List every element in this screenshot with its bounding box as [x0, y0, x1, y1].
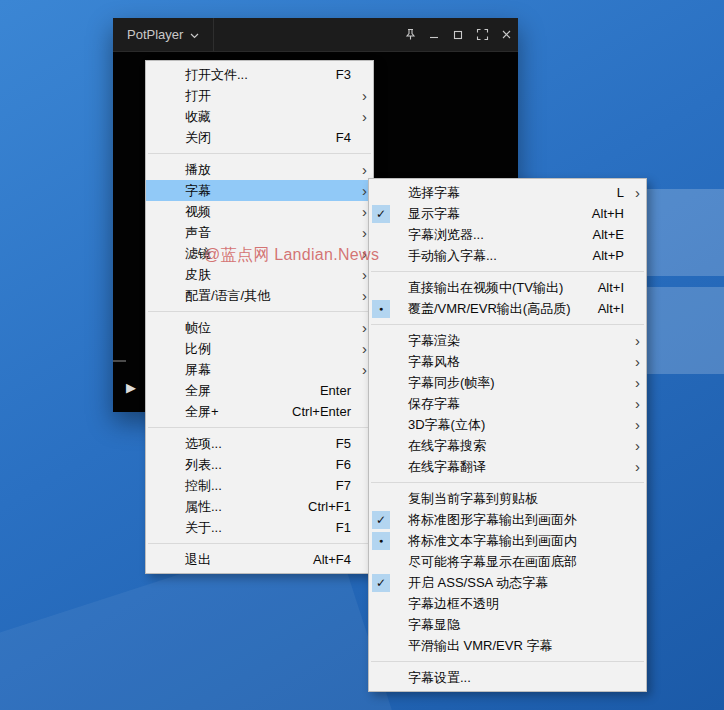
- menu-item-audio[interactable]: 声音›: [146, 222, 373, 243]
- menu-item-label: 在线字幕翻译: [402, 458, 629, 476]
- menu-item-label: 播放: [179, 161, 356, 179]
- menu-item-subtitle-settings[interactable]: 字幕设置...: [369, 667, 646, 688]
- minimize-icon: [428, 29, 440, 41]
- menu-item-favorites[interactable]: 收藏›: [146, 106, 373, 127]
- menu-item-exit[interactable]: 退出Alt+F4: [146, 549, 373, 570]
- menu-item-fullscreen-plus[interactable]: 全屏+Ctrl+Enter: [146, 401, 373, 422]
- menu-item-properties[interactable]: 属性...Ctrl+F1: [146, 496, 373, 517]
- menu-item-shortcut: Alt+F4: [313, 552, 356, 567]
- menu-item-playlist[interactable]: 列表...F6: [146, 454, 373, 475]
- menu-item-options[interactable]: 选项...F5: [146, 433, 373, 454]
- menu-item-shortcut: L: [617, 185, 629, 200]
- menu-item-label: 全屏: [179, 382, 320, 400]
- subtitle-submenu: 选择字幕L›✓显示字幕Alt+H字幕浏览器...Alt+E手动输入字幕...Al…: [368, 178, 647, 692]
- menu-item-label: 打开文件...: [179, 66, 336, 84]
- menu-item-subtitle-at-bottom[interactable]: 尽可能将字幕显示在画面底部: [369, 551, 646, 572]
- menu-item-subtitle-render[interactable]: 字幕渲染›: [369, 330, 646, 351]
- menu-item-text-subtitle-inside[interactable]: ●将标准文本字幕输出到画面内: [369, 530, 646, 551]
- menu-item-label: 尽可能将字幕显示在画面底部: [402, 553, 629, 571]
- menu-item-label: 字幕风格: [402, 353, 629, 371]
- menu-item-graphic-subtitle-outside[interactable]: ✓将标准图形字幕输出到画面外: [369, 509, 646, 530]
- menu-item-subtitles[interactable]: 字幕›: [146, 180, 373, 201]
- menu-item-label: 字幕: [179, 182, 356, 200]
- menu-item-label: 在线字幕搜索: [402, 437, 629, 455]
- menu-item-ass-ssa-animation[interactable]: ✓开启 ASS/SSA 动态字幕: [369, 572, 646, 593]
- menu-item-filters[interactable]: 滤镜›: [146, 243, 373, 264]
- menu-item-shortcut: Enter: [320, 383, 356, 398]
- menu-item-label: 开启 ASS/SSA 动态字幕: [402, 574, 629, 592]
- maximize-button[interactable]: [446, 18, 470, 51]
- menu-item-label: 复制当前字幕到剪贴板: [402, 490, 629, 508]
- menu-item-online-subtitle-translate[interactable]: 在线字幕翻译›: [369, 456, 646, 477]
- menu-item-skins[interactable]: 皮肤›: [146, 264, 373, 285]
- menu-item-select-subtitle[interactable]: 选择字幕L›: [369, 182, 646, 203]
- main-context-menu: 打开文件...F3打开›收藏›关闭F4播放›字幕›视频›声音›滤镜›皮肤›配置/…: [145, 60, 374, 574]
- close-button[interactable]: [494, 18, 518, 51]
- titlebar-drag-area[interactable]: [214, 18, 398, 51]
- app-menu-button[interactable]: PotPlayer: [113, 18, 214, 51]
- radio-indicator-icon: ●: [372, 532, 390, 550]
- menu-item-shortcut: F1: [336, 520, 356, 535]
- pin-button[interactable]: [398, 18, 422, 51]
- submenu-arrow-icon: ›: [356, 85, 373, 106]
- submenu-arrow-icon: ›: [356, 106, 373, 127]
- checkmark-icon: ✓: [372, 574, 390, 592]
- menu-item-subtitle-sync[interactable]: 字幕同步(帧率)›: [369, 372, 646, 393]
- titlebar[interactable]: PotPlayer: [113, 18, 518, 52]
- menu-item-smooth-vmr-evr-subtitle[interactable]: 平滑输出 VMR/EVR 字幕: [369, 635, 646, 656]
- menu-item-label: 配置/语言/其他: [179, 287, 356, 305]
- menu-item-copy-subtitle-to-clipboard[interactable]: 复制当前字幕到剪贴板: [369, 488, 646, 509]
- menu-separator: [148, 153, 371, 154]
- menu-item-shortcut: Alt+I: [598, 280, 629, 295]
- menu-item-label: 退出: [179, 551, 313, 569]
- menu-icon-column: ●: [369, 532, 402, 550]
- menu-item-label: 直接输出在视频中(TV输出): [402, 279, 598, 297]
- menu-item-subtitle-toggle-visibility[interactable]: 字幕显隐: [369, 614, 646, 635]
- menu-item-output-in-video-tv[interactable]: 直接输出在视频中(TV输出)Alt+I: [369, 277, 646, 298]
- menu-separator: [371, 271, 644, 272]
- menu-item-fullscreen[interactable]: 全屏Enter: [146, 380, 373, 401]
- menu-item-frame[interactable]: 帧位›: [146, 317, 373, 338]
- menu-item-play[interactable]: 播放›: [146, 159, 373, 180]
- menu-item-shortcut: Alt+P: [593, 248, 629, 263]
- menu-item-label: 3D字幕(立体): [402, 416, 629, 434]
- menu-separator: [371, 482, 644, 483]
- menu-item-about[interactable]: 关于...F1: [146, 517, 373, 538]
- menu-item-screen[interactable]: 屏幕›: [146, 359, 373, 380]
- menu-icon-column: ✓: [369, 574, 402, 592]
- menu-item-label: 字幕显隐: [402, 616, 629, 634]
- menu-icon-column: ✓: [369, 511, 402, 529]
- menu-item-control[interactable]: 控制...F7: [146, 475, 373, 496]
- menu-item-subtitle-border-opaque[interactable]: 字幕边框不透明: [369, 593, 646, 614]
- menu-item-label: 视频: [179, 203, 356, 221]
- menu-item-open-file[interactable]: 打开文件...F3: [146, 64, 373, 85]
- menu-separator: [371, 661, 644, 662]
- menu-item-shortcut: F6: [336, 457, 356, 472]
- submenu-arrow-icon: ›: [629, 456, 646, 477]
- menu-item-subtitle-browser[interactable]: 字幕浏览器...Alt+E: [369, 224, 646, 245]
- menu-item-open[interactable]: 打开›: [146, 85, 373, 106]
- seekbar[interactable]: [113, 360, 126, 362]
- menu-item-3d-subtitle[interactable]: 3D字幕(立体)›: [369, 414, 646, 435]
- menu-item-label: 字幕浏览器...: [402, 226, 593, 244]
- menu-item-video[interactable]: 视频›: [146, 201, 373, 222]
- menu-item-aspect-ratio[interactable]: 比例›: [146, 338, 373, 359]
- menu-item-shortcut: Ctrl+Enter: [292, 404, 356, 419]
- menu-item-subtitle-style[interactable]: 字幕风格›: [369, 351, 646, 372]
- menu-item-shortcut: F7: [336, 478, 356, 493]
- menu-item-shortcut: Alt+H: [592, 206, 629, 221]
- play-button[interactable]: ▶: [126, 380, 136, 396]
- maximize-icon: [452, 29, 464, 41]
- menu-item-manual-input-subtitle[interactable]: 手动输入字幕...Alt+P: [369, 245, 646, 266]
- menu-item-save-subtitle[interactable]: 保存字幕›: [369, 393, 646, 414]
- menu-item-online-subtitle-search[interactable]: 在线字幕搜索›: [369, 435, 646, 456]
- menu-item-preferences[interactable]: 配置/语言/其他›: [146, 285, 373, 306]
- fullscreen-button[interactable]: [470, 18, 494, 51]
- menu-item-label: 全屏+: [179, 403, 292, 421]
- menu-item-show-subtitle[interactable]: ✓显示字幕Alt+H: [369, 203, 646, 224]
- menu-item-overlay-vmr-evr-output[interactable]: ●覆盖/VMR/EVR输出(高品质)Alt+I: [369, 298, 646, 319]
- minimize-button[interactable]: [422, 18, 446, 51]
- menu-item-label: 显示字幕: [402, 205, 592, 223]
- menu-item-label: 帧位: [179, 319, 356, 337]
- menu-item-close[interactable]: 关闭F4: [146, 127, 373, 148]
